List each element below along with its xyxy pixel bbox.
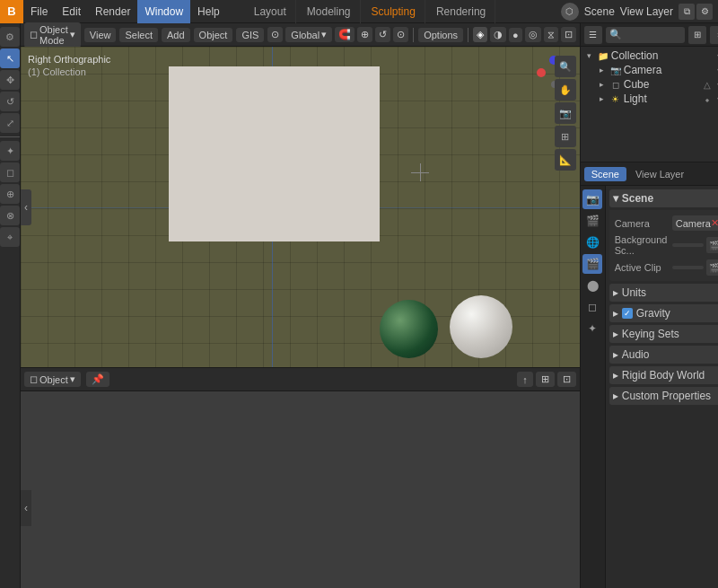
bg-scene-value[interactable] — [672, 243, 704, 247]
workspace-rendering[interactable]: Rendering — [427, 0, 495, 23]
rigid-body-section[interactable]: ▸ Rigid Body World — [609, 366, 718, 384]
viewport-object-type[interactable]: ◻ Object ▾ — [24, 372, 81, 387]
outliner: ☰ 🔍 ⊞ ↕ ▾ 📁 Collection 👁 ▸ 📷 — [581, 23, 718, 162]
active-clip-value[interactable] — [672, 266, 704, 269]
camera-icon: 📷 — [609, 64, 622, 76]
engine-icon[interactable]: ⬡ — [561, 3, 579, 21]
pin-btn[interactable]: 📌 — [86, 372, 109, 387]
extra-btn2[interactable]: ⊙ — [393, 27, 408, 42]
view-layer-options[interactable]: ⚙ — [696, 4, 713, 20]
object-type-icon: ◻ — [30, 373, 38, 385]
camera-prop-value[interactable]: Camera ✕ — [672, 215, 718, 231]
keying-sets-arrow: ▸ — [613, 328, 618, 340]
camera-view-btn[interactable]: 📷 — [555, 102, 576, 124]
viewport-overlay[interactable]: ⧖ — [544, 27, 558, 42]
camera-clear-btn[interactable]: ✕ — [711, 217, 718, 229]
gis-menu[interactable]: GIS — [236, 28, 264, 42]
extra-rt-btn[interactable]: 📐 — [555, 149, 576, 171]
zoom-in-btn[interactable]: 🔍 — [555, 56, 576, 77]
props-icon-object[interactable]: ◻ — [582, 297, 602, 317]
props-icon-output[interactable]: 🎬 — [582, 211, 602, 231]
menu-help[interactable]: Help — [190, 0, 227, 23]
menu-render[interactable]: Render — [88, 0, 137, 23]
props-icon-world[interactable]: ⬤ — [582, 276, 602, 295]
outliner-item-light[interactable]: ▸ ☀ Light ⬥ 👁 — [581, 92, 718, 106]
sidebar-tool-8[interactable]: ⊕ — [0, 184, 20, 204]
fullscreen-btn[interactable]: ⧉ — [679, 4, 695, 20]
options-btn[interactable]: Options — [418, 28, 463, 42]
sidebar-tool-6[interactable]: ✦ — [0, 141, 20, 161]
viewport-mode-select[interactable]: ◻ Object Mode ▾ — [24, 22, 81, 48]
outliner-item-camera[interactable]: ▸ 📷 Camera 👁 — [581, 63, 718, 77]
tab-view-layer[interactable]: View Layer — [628, 167, 691, 181]
sidebar-tool-10[interactable]: ⌖ — [0, 227, 20, 247]
viewport[interactable]: Right Orthographic (1) Collection 🔍 ✋ — [21, 47, 580, 367]
proportional-edit[interactable]: ⊕ — [357, 27, 372, 42]
outliner-filter-icon[interactable]: ⊞ — [688, 26, 706, 44]
expand-left-arrow[interactable]: ‹ — [21, 189, 31, 225]
props-icon-render[interactable]: 📷 — [582, 189, 602, 209]
outliner-sort-icon[interactable]: ↕ — [710, 26, 718, 44]
outliner-item-cube[interactable]: ▸ ◻ Cube △ 👁 — [581, 77, 718, 92]
viewport-shading-2[interactable]: ◑ — [490, 27, 506, 42]
menu-file[interactable]: File — [23, 0, 55, 23]
grid-btn[interactable]: ⊞ — [555, 126, 576, 147]
custom-props-section[interactable]: ▸ Custom Properties — [609, 387, 718, 405]
outliner-item-collection[interactable]: ▾ 📁 Collection 👁 — [581, 48, 718, 63]
sidebar-tool-4[interactable]: ↺ — [0, 92, 20, 111]
props-icon-scene[interactable]: 🎬 — [582, 254, 602, 274]
active-clip-icon[interactable]: 🎬 — [706, 259, 718, 276]
sidebar-tool-7[interactable]: ◻ — [0, 162, 20, 182]
transform-global[interactable]: Global ▾ — [285, 27, 332, 42]
select-btn[interactable]: Select — [119, 28, 158, 42]
add-menu[interactable]: Add — [162, 28, 190, 42]
view-layer-label: View Layer — [620, 5, 673, 18]
audio-section[interactable]: ▸ Audio — [609, 346, 718, 364]
sphere-earth-object — [380, 300, 438, 358]
main-layout: ⚙ ↖ ✥ ↺ ⤢ ✦ ◻ ⊕ ⊗ ⌖ ◻ Object Mode ▾ View… — [0, 23, 718, 588]
keying-sets-section[interactable]: ▸ Keying Sets — [609, 325, 718, 343]
lower-expand-left[interactable]: ‹ — [21, 490, 31, 526]
menu-window[interactable]: Window — [137, 0, 190, 23]
props-icon-view-layer[interactable]: 🌐 — [582, 233, 602, 252]
rigid-body-label: Rigid Body World — [622, 369, 705, 382]
workspace-modeling[interactable]: Modeling — [298, 0, 361, 23]
sidebar-tool-9[interactable]: ⊗ — [0, 206, 20, 225]
viewport-shading-4[interactable]: ◎ — [525, 27, 541, 42]
viewport-vis[interactable]: ⊡ — [557, 372, 576, 387]
units-section[interactable]: ▸ Units — [609, 284, 718, 302]
sidebar-tool-5[interactable]: ⤢ — [0, 113, 20, 133]
viewport-xray[interactable]: ⊡ — [561, 27, 576, 42]
outliner-menu-icon[interactable]: ☰ — [584, 26, 602, 44]
object-menu[interactable]: Object — [194, 28, 233, 42]
snap-toggle[interactable]: 🧲 — [335, 27, 355, 42]
workspace-sculpting[interactable]: Sculpting — [363, 0, 425, 23]
camera-prop-row: Camera Camera ✕ — [615, 214, 718, 233]
collection-expand-arrow[interactable]: ▾ — [584, 50, 595, 61]
sidebar-tool-3[interactable]: ✥ — [0, 70, 20, 90]
bg-scene-label: Background Sc... — [615, 234, 669, 256]
outliner-search[interactable]: 🔍 — [606, 27, 685, 43]
menu-edit[interactable]: Edit — [55, 0, 88, 23]
sidebar-tool-1[interactable]: ⚙ — [0, 27, 20, 47]
workspace-layout[interactable]: Layout — [245, 0, 296, 23]
props-icon-particles[interactable]: ✦ — [582, 319, 602, 338]
scene-section-header[interactable]: ▾ Scene — [609, 189, 718, 207]
hand-pan-btn[interactable]: ✋ — [555, 79, 576, 101]
custom-props-arrow: ▸ — [613, 390, 618, 402]
crosshair — [411, 163, 429, 181]
view-menu[interactable]: View — [84, 28, 117, 42]
timeline-back[interactable]: ↑ — [517, 372, 533, 387]
viewport-shading-1[interactable]: ◈ — [473, 27, 487, 42]
tab-scene[interactable]: Scene — [584, 167, 626, 181]
viewport-shading-3[interactable]: ● — [509, 28, 522, 42]
mode-dropdown-icon: ▾ — [70, 29, 75, 40]
extra-btn1[interactable]: ↺ — [375, 27, 390, 42]
gravity-checkbox[interactable]: ✓ — [622, 308, 633, 319]
sidebar-tool-2[interactable]: ↖ — [0, 48, 20, 68]
transform-pivot[interactable]: ⊙ — [267, 27, 283, 42]
bg-scene-icon[interactable]: 🎬 — [706, 237, 718, 253]
gravity-row[interactable]: ▸ ✓ Gravity — [609, 304, 718, 322]
gravity-label: Gravity — [636, 307, 670, 320]
outliner-header: ☰ 🔍 ⊞ ↕ — [581, 23, 718, 47]
